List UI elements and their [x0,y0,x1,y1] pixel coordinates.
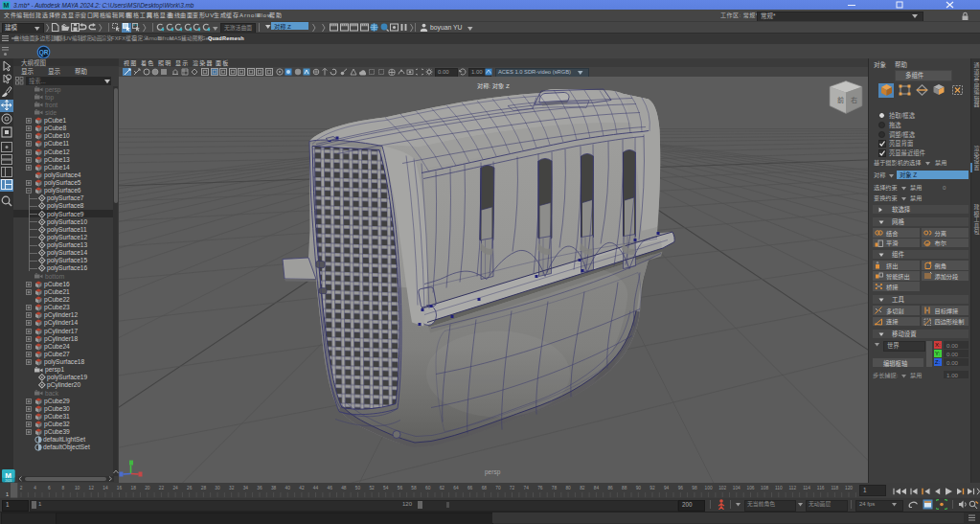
svg-text:18: 18 [131,486,137,490]
svg-text:24: 24 [172,486,178,490]
svg-text:20: 20 [145,486,150,490]
svg-text:92: 92 [650,486,655,490]
svg-text:28: 28 [201,486,207,490]
svg-text:64: 64 [453,486,459,490]
svg-text:100: 100 [705,486,713,490]
svg-text:26: 26 [187,486,193,490]
svg-text:108: 108 [761,486,768,490]
svg-text:54: 54 [383,486,389,490]
svg-text:116: 116 [817,486,825,490]
svg-text:90: 90 [636,486,642,490]
svg-text:34: 34 [243,486,249,490]
svg-text:78: 78 [552,486,558,490]
svg-text:74: 74 [524,486,530,490]
svg-text:102: 102 [718,486,726,490]
svg-text:66: 66 [467,486,473,490]
svg-text:12: 12 [89,486,95,490]
svg-text:62: 62 [440,486,445,490]
svg-text:80: 80 [565,486,571,490]
svg-text:38: 38 [271,486,277,490]
svg-text:68: 68 [482,486,488,490]
svg-text:QR: QR [38,49,48,57]
svg-text:104: 104 [733,486,741,490]
svg-text:72: 72 [510,486,515,490]
svg-text:36: 36 [257,486,262,490]
svg-text:56: 56 [398,486,403,490]
svg-text:42: 42 [299,486,305,490]
svg-text:76: 76 [537,486,543,490]
svg-text:14: 14 [103,486,108,490]
svg-text:52: 52 [369,486,375,490]
svg-text:82: 82 [580,486,585,490]
svg-text:120: 120 [845,486,853,490]
svg-text:58: 58 [411,486,417,490]
svg-text:112: 112 [789,486,797,490]
svg-text:M: M [4,2,10,9]
svg-text:前: 前 [837,95,844,103]
svg-text:22: 22 [159,486,165,490]
svg-text:persp: persp [485,467,501,475]
svg-text:40: 40 [285,486,291,490]
svg-text:44: 44 [313,486,319,490]
svg-text:10: 10 [75,486,80,490]
svg-text:2024: 2024 [5,478,11,482]
svg-text:6: 6 [48,486,51,490]
svg-text:94: 94 [664,486,670,490]
svg-text:8: 8 [62,486,65,490]
svg-text:16: 16 [117,486,123,490]
svg-text:30: 30 [215,486,220,490]
svg-text:60: 60 [425,486,431,490]
svg-text:118: 118 [832,486,839,490]
svg-text:86: 86 [607,486,613,490]
svg-text:46: 46 [328,486,333,490]
svg-text:96: 96 [678,486,684,490]
svg-text:114: 114 [803,486,810,490]
svg-text:84: 84 [594,486,600,490]
svg-text:32: 32 [229,486,235,490]
svg-text:106: 106 [746,486,754,490]
svg-text:右: 右 [851,95,857,103]
svg-text:70: 70 [495,486,501,490]
svg-text:110: 110 [775,486,783,490]
svg-text:4: 4 [34,486,36,490]
svg-text:48: 48 [341,486,347,490]
svg-text:50: 50 [355,486,361,490]
svg-text:对称: 对象 Z: 对称: 对象 Z [477,81,510,89]
svg-text:2: 2 [20,486,23,490]
svg-text:88: 88 [622,486,627,490]
svg-text:1: 1 [6,491,9,497]
svg-text:98: 98 [692,486,697,490]
